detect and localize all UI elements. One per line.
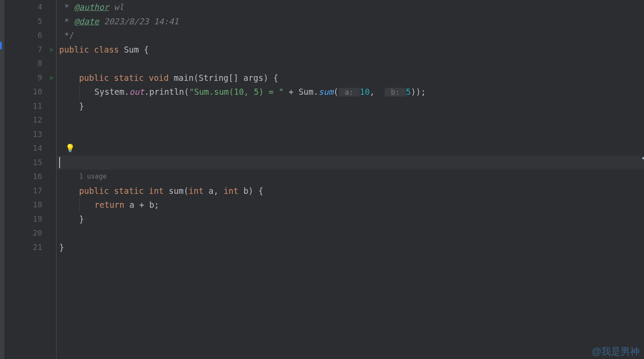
code-line-14[interactable]: 💡: [57, 141, 644, 156]
code-line-12[interactable]: [57, 113, 644, 127]
code-line-13[interactable]: [57, 127, 644, 142]
gutter-line[interactable]: 21: [4, 240, 56, 255]
gutter-line[interactable]: 16: [4, 170, 56, 184]
code-line-18[interactable]: }: [57, 212, 644, 226]
code-line-9[interactable]: public static void main(String[] args) {: [57, 71, 644, 85]
gutter-line[interactable]: 11: [4, 99, 56, 113]
gutter-marker: [0, 42, 2, 50]
code-line-21[interactable]: [57, 254, 644, 269]
gutter-line[interactable]: 10: [4, 85, 56, 99]
line-number: 14: [29, 141, 42, 156]
gutter-line[interactable]: 19: [4, 212, 56, 226]
code-line-5[interactable]: * @date 2023/8/23 14:41: [57, 14, 644, 29]
gutter-line[interactable]: 18: [4, 198, 56, 212]
editor-container: 4 5 6 7▷ 8 9▷ 10 11 12 13 14 15 16 17 18…: [0, 0, 644, 359]
line-number: 10: [29, 85, 42, 99]
code-line-8[interactable]: [57, 57, 644, 71]
lightbulb-icon[interactable]: 💡: [65, 141, 75, 156]
gutter-line[interactable]: 14: [4, 141, 56, 156]
run-icon[interactable]: ▷: [50, 43, 54, 57]
gutter-line[interactable]: 5: [4, 14, 56, 29]
param-hint: b:: [385, 88, 406, 96]
code-line-16[interactable]: public static int sum(int a, int b) {: [57, 184, 644, 198]
code-line-11[interactable]: }: [57, 99, 644, 113]
far-left-bar: [0, 0, 4, 359]
line-number: 12: [29, 113, 42, 127]
code-line-4[interactable]: * @author wl: [57, 0, 644, 14]
gutter-line[interactable]: 8: [4, 57, 56, 71]
editor-gutter: 4 5 6 7▷ 8 9▷ 10 11 12 13 14 15 16 17 18…: [4, 0, 57, 359]
line-number: 8: [29, 57, 42, 71]
code-line-15[interactable]: [57, 156, 644, 170]
line-number: 17: [29, 184, 42, 198]
gutter-line[interactable]: 20: [4, 226, 56, 240]
gutter-line[interactable]: 13: [4, 127, 56, 142]
line-number: 6: [29, 28, 42, 43]
param-hint: a:: [339, 88, 360, 96]
code-line-10[interactable]: System.out.println("Sum.sum(10, 5) = " +…: [57, 85, 644, 99]
scrollbar-marker: [642, 157, 644, 159]
code-editor[interactable]: * @author wl * @date 2023/8/23 14:41 */ …: [57, 0, 644, 359]
gutter-line[interactable]: 7▷: [4, 43, 56, 57]
line-number: 4: [29, 0, 42, 14]
code-line-19[interactable]: [57, 226, 644, 240]
line-number: 15: [29, 156, 42, 170]
code-line-6[interactable]: */: [57, 28, 644, 43]
line-number: 13: [29, 127, 42, 142]
line-number: 19: [29, 212, 42, 226]
line-number: 11: [29, 99, 42, 113]
gutter-line[interactable]: 15: [4, 156, 56, 170]
watermark: @我是男神: [592, 345, 640, 358]
gutter-line[interactable]: 6: [4, 28, 56, 43]
line-number: 7: [29, 43, 42, 57]
usage-hint[interactable]: 1 usage: [57, 170, 644, 184]
gutter-line[interactable]: 4: [4, 0, 56, 14]
line-number: 9: [29, 71, 42, 85]
line-number: 16: [29, 170, 42, 184]
line-number: 5: [29, 14, 42, 29]
line-number: 20: [29, 226, 42, 240]
gutter-line[interactable]: 9▷: [4, 71, 56, 85]
caret: [59, 157, 60, 168]
gutter-line[interactable]: 17: [4, 184, 56, 198]
run-icon[interactable]: ▷: [50, 71, 54, 85]
code-line-20[interactable]: }: [57, 240, 644, 255]
code-line-7[interactable]: public class Sum {: [57, 43, 644, 57]
line-number: 18: [29, 198, 42, 212]
gutter-line[interactable]: 12: [4, 113, 56, 127]
code-line-17[interactable]: return a + b;: [57, 198, 644, 212]
line-number: 21: [29, 240, 42, 255]
